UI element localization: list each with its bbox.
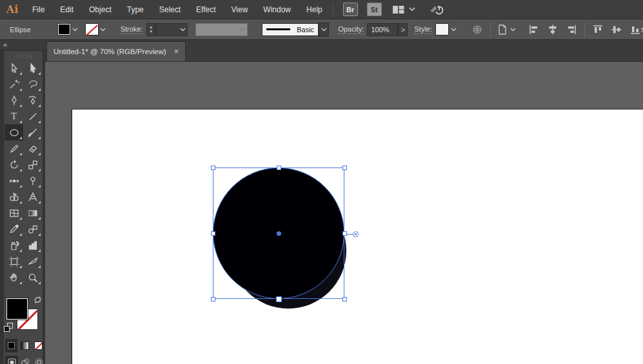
tool-eraser[interactable] — [23, 140, 42, 157]
style-label[interactable]: Style: — [414, 25, 432, 34]
gradient-button[interactable] — [19, 339, 31, 352]
selection-handle-middle-right[interactable] — [342, 231, 347, 236]
menu-item-file[interactable]: File — [25, 0, 52, 19]
tool-puppet-warp[interactable] — [23, 173, 42, 189]
menu-item-edit[interactable]: Edit — [52, 0, 81, 19]
flyout-triangle-icon — [19, 233, 22, 236]
document-tab[interactable]: Untitled-1* @ 70% (RGB/Preview) × — [46, 41, 186, 61]
touch-power-icon[interactable] — [426, 2, 447, 17]
flyout-triangle-icon — [38, 88, 41, 91]
align-horizontal-center-icon — [547, 24, 559, 35]
collapse-panel-icon[interactable]: « — [3, 41, 6, 48]
stock-button[interactable]: St — [367, 3, 382, 16]
selection-handle-middle-left[interactable] — [211, 231, 215, 236]
selection-handle-bottom-left[interactable] — [211, 297, 215, 302]
tool-perspective-grid[interactable] — [23, 189, 42, 205]
tool-column-graph[interactable] — [23, 237, 42, 253]
style-control[interactable] — [435, 23, 458, 35]
selection-handle-top-center[interactable] — [277, 166, 281, 170]
menu-item-help[interactable]: Help — [299, 0, 330, 19]
tool-pen[interactable] — [5, 92, 23, 108]
tool-slice[interactable] — [23, 253, 42, 269]
stroke-weight-stepper[interactable]: ▲▼ — [146, 23, 155, 36]
tool-direct-selection[interactable] — [23, 60, 42, 76]
tool-selection[interactable] — [5, 60, 23, 76]
menu-item-effect[interactable]: Effect — [188, 0, 223, 19]
opacity-expand-button[interactable]: > — [398, 23, 408, 36]
document-setup-control[interactable] — [496, 23, 516, 36]
draw-behind-button[interactable] — [19, 356, 32, 364]
tool-lasso[interactable] — [23, 76, 42, 92]
tool-zoom[interactable] — [23, 269, 42, 285]
fill-color-control[interactable] — [57, 23, 80, 35]
canvas-viewport[interactable] — [45, 62, 643, 364]
brush-chevron-icon[interactable] — [319, 23, 329, 37]
default-fill-stroke-icon[interactable] — [4, 323, 13, 332]
tool-type[interactable]: T — [5, 108, 23, 124]
brush-definition-field[interactable]: Basic — [262, 23, 319, 36]
opacity-control[interactable]: 100% > — [367, 23, 408, 36]
swap-fill-stroke-icon[interactable] — [34, 296, 42, 305]
rotate-handle-icon[interactable] — [353, 231, 359, 237]
tool-symbol-sprayer[interactable] — [5, 237, 23, 253]
tool-paintbrush[interactable] — [23, 124, 42, 140]
selection-handle-bottom-center[interactable] — [276, 296, 282, 302]
control-bar-grip[interactable] — [1, 21, 5, 38]
tool-width[interactable] — [5, 173, 23, 189]
tool-magic-wand[interactable] — [5, 76, 23, 92]
fill-indicator[interactable] — [6, 298, 28, 320]
document-setup-chevron-icon — [510, 28, 516, 32]
tool-mesh[interactable] — [5, 205, 23, 221]
document-info-globe-icon[interactable] — [470, 22, 485, 37]
tool-curvature[interactable] — [23, 92, 42, 108]
fill-chevron-icon[interactable] — [71, 23, 80, 35]
tool-artboard[interactable] — [5, 253, 23, 269]
stroke-swatch[interactable] — [85, 23, 99, 35]
tool-gradient[interactable] — [23, 205, 42, 221]
selection-handle-bottom-right[interactable] — [342, 297, 347, 302]
tool-blend[interactable] — [23, 221, 42, 237]
align-horizontal-center-button[interactable] — [545, 23, 560, 37]
stroke-chevron-icon[interactable] — [99, 23, 108, 35]
color-button[interactable] — [5, 339, 17, 352]
workspace-switcher[interactable] — [390, 2, 417, 17]
tool-line-segment[interactable] — [23, 108, 42, 124]
tool-ellipse[interactable] — [5, 124, 23, 140]
opacity-field[interactable]: 100% — [367, 23, 398, 36]
align-vertical-top-button[interactable] — [590, 23, 606, 37]
fill-swatch[interactable] — [57, 23, 71, 35]
bridge-button[interactable]: Br — [343, 3, 358, 16]
brush-definition-control[interactable]: Basic — [262, 23, 329, 37]
align-vertical-top-icon — [592, 24, 604, 35]
stroke-weight-label[interactable]: Stroke: — [121, 25, 143, 34]
tool-eyedropper[interactable] — [5, 221, 23, 237]
tool-pencil[interactable] — [5, 140, 23, 157]
draw-inside-button[interactable] — [32, 356, 45, 364]
tools-panel-grip[interactable] — [13, 54, 34, 59]
flyout-triangle-icon — [38, 72, 41, 75]
style-swatch[interactable] — [435, 23, 449, 35]
draw-normal-button[interactable] — [5, 356, 18, 364]
menu-item-type[interactable]: Type — [119, 0, 152, 19]
tool-scale[interactable] — [23, 157, 42, 173]
stroke-color-control[interactable] — [85, 23, 108, 35]
tab-close-icon[interactable]: × — [174, 48, 179, 55]
menu-item-view[interactable]: View — [224, 0, 256, 19]
menu-item-object[interactable]: Object — [81, 0, 119, 19]
menu-item-window[interactable]: Window — [255, 0, 299, 19]
align-vertical-center-button[interactable] — [609, 23, 624, 37]
selection-center-point[interactable] — [277, 231, 281, 236]
menu-item-select[interactable]: Select — [152, 0, 188, 19]
none-button[interactable] — [32, 339, 45, 352]
stroke-weight-dropdown[interactable] — [155, 23, 188, 36]
opacity-label[interactable]: Opacity: — [338, 25, 364, 34]
style-chevron-icon[interactable] — [449, 23, 458, 35]
slice-tool-icon — [27, 256, 39, 267]
selection-handle-top-right[interactable] — [342, 166, 347, 170]
tool-rotate[interactable] — [5, 157, 23, 173]
selection-handle-top-left[interactable] — [211, 166, 215, 170]
tool-hand[interactable] — [5, 269, 23, 285]
tool-shape-builder[interactable] — [5, 189, 23, 205]
align-horizontal-left-button[interactable] — [526, 23, 542, 37]
align-horizontal-right-button[interactable] — [564, 23, 579, 37]
